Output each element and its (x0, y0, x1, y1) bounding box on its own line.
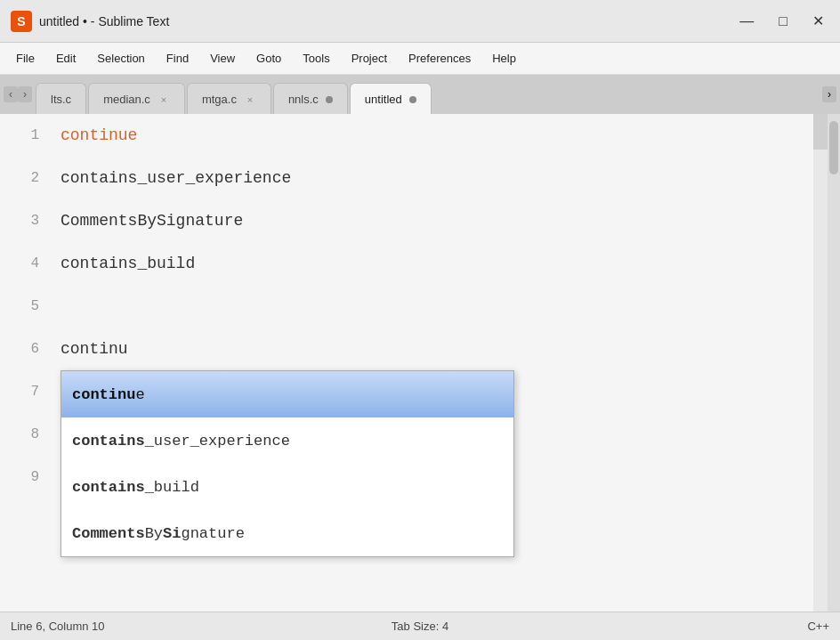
minimap (813, 114, 828, 612)
ac-bold-text-3: Co (72, 525, 90, 542)
ac-normal-text-1: _user_experience (145, 433, 290, 450)
menu-bar: FileEditSelectionFindViewGotoToolsProjec… (0, 43, 840, 75)
menu-item-edit[interactable]: Edit (47, 48, 85, 69)
autocomplete-item-0[interactable]: continue (61, 371, 513, 417)
gutter: 123456789 (0, 114, 53, 612)
status-bar: Line 6, Column 10 Tab Size: 4 C++ (0, 612, 840, 640)
menu-item-selection[interactable]: Selection (88, 48, 153, 69)
code-line-4: contains_build (53, 242, 813, 285)
editor-area: 123456789 continuecontains_user_experien… (0, 114, 840, 612)
minimap-indicator (813, 114, 828, 150)
tab-label-nnls: nnls.c (288, 93, 319, 106)
ac-normal-text-2: _build (145, 479, 199, 496)
line-number-5: 5 (0, 285, 53, 328)
tab-dirty-indicator-nnls (326, 96, 333, 103)
autocomplete-item-1[interactable]: contains_user_experience (61, 417, 513, 464)
menu-item-find[interactable]: Find (158, 48, 198, 69)
line-number-4: 4 (0, 242, 53, 285)
line-number-8: 8 (0, 413, 53, 456)
scroll-thumb[interactable] (829, 121, 838, 174)
tab-label-lts: lts.c (51, 93, 71, 106)
code-line-3: CommentsBySignature (53, 199, 813, 242)
tab-bar: ‹ › lts.cmedian.c×mtga.c×nnls.cuntitled› (0, 75, 840, 114)
code-area[interactable]: continuecontains_user_experienceComments… (53, 114, 813, 612)
title-left: S untitled • - Sublime Text (11, 11, 169, 32)
tab-untitled[interactable]: untitled (350, 83, 432, 115)
ac-bold-text-2: contains (72, 479, 145, 496)
line-number-3: 3 (0, 199, 53, 242)
code-line-1: continue (53, 114, 813, 157)
scrollbar[interactable] (828, 114, 840, 612)
line-number-6: 6 (0, 328, 53, 370)
status-language: C++ (556, 620, 829, 633)
tab-close-median[interactable]: × (158, 93, 170, 106)
ac-bold2-text-3: mments (90, 525, 144, 542)
tab-label-untitled: untitled (365, 93, 402, 106)
line-number-2: 2 (0, 157, 53, 199)
tab-nav-right-button[interactable]: › (18, 86, 32, 102)
tab-close-mtga[interactable]: × (244, 93, 256, 106)
tab-dirty-indicator-untitled (409, 96, 416, 103)
line-number-1: 1 (0, 114, 53, 157)
keyword-text: continue (61, 126, 137, 144)
window-title: untitled • - Sublime Text (39, 14, 169, 28)
tab-label-median: median.c (103, 93, 150, 106)
autocomplete-dropdown[interactable]: continuecontains_user_experiencecontains… (61, 370, 514, 557)
autocomplete-item-2[interactable]: contains_build (61, 464, 513, 510)
ac-normal-text-0: e (135, 386, 144, 403)
status-position: Line 6, Column 10 (11, 620, 284, 633)
menu-item-file[interactable]: File (7, 48, 44, 69)
ac-bold-text-1: contains (72, 433, 145, 450)
ac-bold-text-0: continu (72, 386, 135, 403)
close-button[interactable]: ✕ (807, 11, 829, 31)
menu-item-help[interactable]: Help (483, 48, 525, 69)
title-bar: S untitled • - Sublime Text — □ ✕ (0, 0, 840, 43)
code-line-5 (53, 285, 813, 328)
tab-median[interactable]: median.c× (88, 83, 185, 115)
minimize-button[interactable]: — (734, 12, 759, 31)
tab-nav-left-button[interactable]: ‹ (4, 86, 18, 102)
code-line-2: contains_user_experience (53, 157, 813, 199)
tab-lts[interactable]: lts.c (36, 83, 86, 115)
autocomplete-item-3[interactable]: CommentsBySignature (61, 510, 513, 556)
tab-nnls[interactable]: nnls.c (273, 83, 348, 115)
menu-item-tools[interactable]: Tools (294, 48, 338, 69)
ac-normal-text-3: By (145, 525, 163, 542)
tab-label-mtga: mtga.c (202, 93, 237, 106)
menu-item-preferences[interactable]: Preferences (400, 48, 480, 69)
ac-normal2-text-3: gnature (181, 525, 244, 542)
line-number-7: 7 (0, 370, 53, 413)
tab-scroll-right-button[interactable]: › (822, 86, 836, 102)
menu-item-project[interactable]: Project (343, 48, 396, 69)
maximize-button[interactable]: □ (773, 12, 793, 31)
menu-item-goto[interactable]: Goto (247, 48, 290, 69)
app-icon: S (11, 11, 32, 32)
menu-item-view[interactable]: View (201, 48, 244, 69)
status-tab-size: Tab Size: 4 (284, 620, 557, 633)
code-line-6: continu (53, 328, 813, 370)
ac-bold3-text-3: Si (163, 525, 181, 542)
line-number-9: 9 (0, 456, 53, 498)
tab-mtga[interactable]: mtga.c× (187, 83, 271, 115)
window-controls: — □ ✕ (734, 11, 829, 31)
